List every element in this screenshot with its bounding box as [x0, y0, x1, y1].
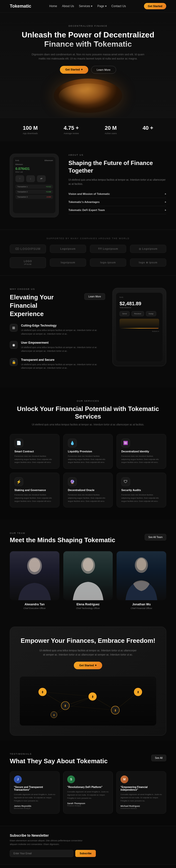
why-swap-btn[interactable]: Swap: [146, 311, 156, 316]
why-learn-more-btn[interactable]: Learn More: [84, 293, 105, 300]
testimonials-grid: J "Secure and Transparent Transactions" …: [10, 771, 166, 814]
services-description: Ut eleifend quis urna tellus tempus faci…: [27, 423, 149, 427]
partner-7: logo-ipsum: [90, 258, 126, 267]
stat-review: 4.75 + Average review: [64, 125, 79, 135]
team-header-text: OUR TEAM Meet the Minds Shaping Tokemati…: [10, 532, 115, 544]
nav-contact[interactable]: Contact Us: [111, 4, 126, 8]
testimonials-tag: TESTIMONIALS: [10, 753, 108, 755]
team-role-alexandra: Chief Executive Officer: [10, 607, 60, 610]
hero-primary-button[interactable]: Get Started ✦: [60, 66, 88, 74]
accordion-item-2[interactable]: Tokematic's Advantages +: [68, 198, 166, 206]
avatar-3: M: [120, 775, 128, 783]
testimonial-text-3: Convallis dignissim sit amet fringilla i…: [120, 793, 162, 802]
svg-text:₿: ₿: [92, 695, 93, 698]
service-title-6: Security Audits: [121, 489, 162, 492]
why-send-btn[interactable]: Send: [119, 311, 130, 316]
why-item-2: ◉ User Empowerment Ut eleifend quis urna…: [10, 341, 105, 353]
nav-services[interactable]: Services ▾: [79, 4, 93, 8]
hero-buttons: Get Started ✦ Learn More: [20, 66, 156, 74]
why-receive-btn[interactable]: Receive: [132, 311, 144, 316]
team-role-jonathan: Chief Financial Officer: [116, 607, 166, 610]
about-phone: 9:41 Ethereum Ethereum 0.076431 Ether La…: [10, 154, 59, 217]
accordion-icon-2: +: [165, 200, 166, 204]
about-accordion: Vision and Mission of Tokematic + Tokema…: [68, 190, 166, 214]
about-content: ABOUT US Shaping the Future of Finance T…: [68, 154, 166, 214]
services-section: OUR SERVICES Unlock Your Financial Poten…: [0, 388, 176, 520]
stat-downloads: 100 M App downloads: [23, 125, 38, 135]
nav-home[interactable]: Home: [49, 4, 57, 8]
services-tag: OUR SERVICES: [10, 400, 166, 402]
newsletter-form: Subscribe: [10, 850, 166, 857]
nav-about[interactable]: About Us: [62, 4, 74, 8]
why-chart-label: Actions ▾: [119, 331, 159, 333]
cta-get-started-btn[interactable]: Get Started ✦: [74, 662, 102, 669]
service-card-4: ⚡ Staking and Governance Furvecnon duis …: [10, 473, 60, 507]
services-title: Unlock Your Financial Potential with Tok…: [10, 405, 166, 420]
svg-text:₿: ₿: [137, 691, 139, 694]
phone-network: Ethereum: [44, 159, 53, 161]
why-desc-2: Ut eleifend quis urna tellus tempus faci…: [21, 346, 105, 353]
phone-balance: 0.076431: [15, 167, 53, 170]
team-name-jonathan: Jonathan Wu: [116, 603, 166, 606]
testimonial-card-2: S "Revolutionary DeFi Platform" Convalli…: [63, 771, 113, 814]
accordion-item-1[interactable]: Vision and Mission of Tokematic +: [68, 190, 166, 198]
svg-point-5: [137, 558, 146, 570]
accordion-label-1: Vision and Mission of Tokematic: [68, 192, 110, 195]
why-content: WHY CHOOSE US Elevating Your Financial E…: [10, 288, 105, 375]
testimonial-role-3: Investment Advisor: [120, 807, 162, 809]
phone-swap-btn[interactable]: ⇄: [37, 175, 46, 182]
partners-label: Supported by many companies around the w…: [10, 237, 166, 240]
stat-label-review: Average review: [64, 132, 79, 135]
phone-tx-1: Transaction 1+0.012: [15, 185, 53, 189]
accordion-label-3: Tokematic DeFi Expert Team: [68, 209, 105, 212]
stat-label-downloads: App downloads: [23, 132, 38, 135]
avatar-2: S: [67, 775, 75, 783]
stat-value-users: 20 M: [105, 125, 116, 131]
stat-value-downloads: 100 M: [23, 125, 38, 131]
cta-section: Empower Your Finances, Embrace Freedom! …: [10, 627, 166, 736]
service-icon-2: 💧: [68, 439, 77, 447]
testimonial-quote-3: "Empowering Financial Independence": [120, 786, 162, 791]
why-text-3: Transparent and Secure Ut eleifend quis …: [21, 358, 105, 370]
hero-secondary-button[interactable]: Learn More: [91, 66, 116, 74]
svg-point-1: [29, 558, 40, 572]
service-title-3: Decentralized Identity: [121, 450, 162, 453]
stat-value-review: 4.75 +: [64, 125, 79, 131]
why-tag: WHY CHOOSE US: [10, 288, 105, 290]
phone-screen: 9:41 Ethereum Ethereum 0.076431 Ether La…: [13, 157, 56, 213]
phone-receive-btn[interactable]: ↓: [26, 175, 35, 182]
testimonial-text-1: Convallis dignissim sit amet fringilla i…: [14, 793, 56, 802]
service-title-5: Decentralized Oracle: [68, 489, 108, 492]
stat-value-other: 40 +: [143, 125, 153, 131]
why-icon-2: ◉: [10, 341, 17, 349]
team-card-elena: Elena Rodriguez Chief Technology Officer: [63, 551, 113, 610]
svg-text:₿: ₿: [42, 691, 43, 694]
newsletter-section: Subscribe to Newsletter Etiam elementum …: [0, 826, 176, 865]
about-section: 9:41 Ethereum Ethereum 0.076431 Ether La…: [0, 142, 176, 229]
testimonial-author-1: James Reynolds: [14, 805, 56, 807]
svg-line-10: [42, 692, 93, 696]
phone-tx-3: Transaction 3-0.003: [15, 195, 53, 199]
team-grid: Alexandra Tan Chief Executive Officer El…: [10, 551, 166, 610]
partner-5: LOGOIPSUM: [10, 257, 46, 268]
accordion-icon-3: +: [165, 209, 166, 212]
why-icon-1: ⊞: [10, 324, 17, 332]
phone-balance-sub: Ether Lab: [15, 171, 53, 173]
service-card-6: 🛡 Security Audits Furvecnon duis nec tin…: [116, 473, 166, 507]
footer: Tokematic Lorem ipsum dolor sit amet, co…: [0, 865, 176, 868]
see-all-team-btn[interactable]: See All Team: [145, 534, 166, 540]
newsletter-subscribe-btn[interactable]: Subscribe: [75, 850, 96, 857]
nav-cta-button[interactable]: Get Started: [144, 3, 166, 9]
why-item-1: ⊞ Cutting-Edge Technology Ut eleifend qu…: [10, 324, 105, 336]
see-all-testimonials-btn[interactable]: See All: [151, 755, 166, 761]
svg-text:₿: ₿: [65, 705, 66, 707]
about-description: Ut eleifend quis urna tellus tempus faci…: [68, 178, 166, 186]
nav-page[interactable]: Page ▾: [97, 4, 106, 8]
accordion-item-3[interactable]: Tokematic DeFi Expert Team +: [68, 206, 166, 214]
newsletter-input[interactable]: [10, 850, 73, 857]
team-card-jonathan: Jonathan Wu Chief Financial Officer: [116, 551, 166, 610]
phone-tx-2: Transaction 2+0.008: [15, 190, 53, 194]
newsletter-title: Subscribe to Newsletter: [10, 834, 166, 837]
phone-send-btn[interactable]: ↑: [15, 175, 24, 182]
team-title: Meet the Minds Shaping Tokematic: [10, 536, 115, 544]
